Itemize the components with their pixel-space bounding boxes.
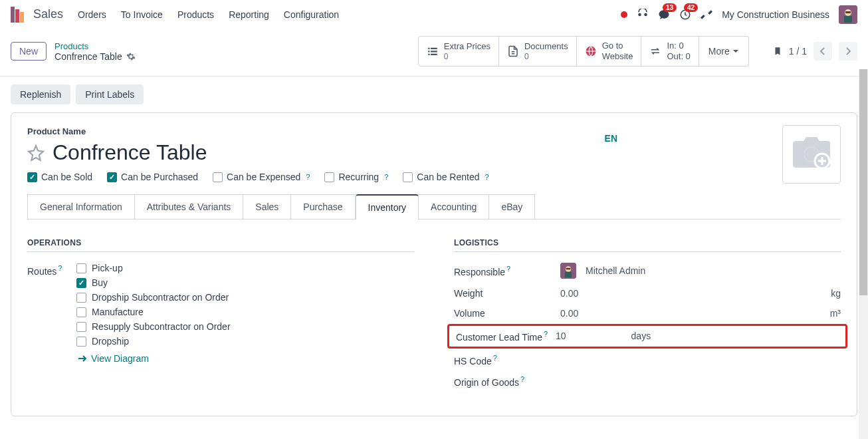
camera-plus-icon [790, 136, 833, 173]
tab-general-information[interactable]: General Information [27, 194, 135, 220]
product-image-upload[interactable] [782, 125, 841, 184]
documents-label: Documents [524, 41, 568, 52]
help-icon[interactable]: ? [58, 264, 62, 272]
help-icon[interactable]: ? [493, 354, 497, 362]
status-dot-icon[interactable] [621, 11, 627, 18]
app-title[interactable]: Sales [33, 7, 63, 21]
pager-prev-button[interactable] [814, 42, 832, 61]
gear-icon[interactable] [126, 52, 136, 61]
menu-products[interactable]: Products [177, 9, 214, 20]
form-sheet: EN Product Name Confrence Table [11, 112, 857, 416]
chevron-left-icon [819, 47, 826, 55]
scrollbar[interactable] [859, 69, 868, 439]
route-buy[interactable]: Buy [76, 277, 231, 288]
help-icon[interactable]: ? [520, 375, 524, 383]
can-be-sold-label: Can be Sold [41, 172, 92, 182]
print-labels-button[interactable]: Print Labels [76, 84, 144, 104]
svg-rect-5 [844, 16, 852, 23]
volume-value: 0.00 [560, 308, 578, 319]
menu-orders[interactable]: Orders [78, 9, 106, 20]
checkbox-icon [324, 172, 334, 182]
menu-reporting[interactable]: Reporting [229, 9, 269, 20]
can-be-rented-label: Can be Rented [417, 172, 479, 182]
scrollbar-thumb[interactable] [859, 69, 867, 295]
route-manufacture[interactable]: Manufacture [76, 307, 231, 317]
help-icon[interactable]: ? [384, 173, 388, 181]
company-name[interactable]: My Construction Business [722, 9, 829, 20]
tab-attributes-variants[interactable]: Attributes & Variants [134, 194, 244, 220]
activities-icon[interactable]: 42 [679, 9, 691, 21]
route-resupply-sub-order[interactable]: Resupply Subcontractor on Order [76, 321, 231, 332]
checkbox-icon [107, 172, 117, 182]
view-diagram-link[interactable]: View Diagram [78, 353, 231, 364]
favorite-star-icon[interactable] [27, 144, 45, 162]
main-area: Replenish Print Labels EN Product Name [0, 76, 868, 439]
messages-badge: 13 [663, 3, 677, 12]
can-be-expensed-checkbox[interactable]: Can be Expensed ? [213, 172, 310, 182]
help-icon[interactable]: ? [485, 173, 488, 181]
out-label: Out: 0 [667, 51, 690, 62]
extra-prices-button[interactable]: Extra Prices 0 [418, 36, 499, 67]
globe-icon [585, 45, 597, 57]
recurring-checkbox[interactable]: Recurring ? [324, 172, 388, 182]
tab-accounting[interactable]: Accounting [418, 194, 489, 220]
lead-time-field[interactable]: 10 days [556, 331, 839, 341]
weight-field[interactable]: Weight 0.00kg [454, 288, 841, 299]
svg-rect-12 [431, 54, 437, 55]
checkbox-icon [76, 337, 86, 347]
origin-of-goods-field[interactable]: Origin of Goods? [454, 375, 841, 388]
tools-icon[interactable] [701, 9, 712, 21]
can-be-purchased-checkbox[interactable]: Can be Purchased [107, 172, 198, 182]
checkbox-icon [76, 263, 86, 273]
more-button[interactable]: More [699, 36, 749, 67]
checkbox-icon [76, 307, 86, 317]
can-be-rented-checkbox[interactable]: Can be Rented ? [403, 172, 488, 182]
control-bar: New Products Confrence Table Extra Price… [0, 29, 868, 76]
help-icon[interactable]: ? [506, 265, 510, 273]
top-nav: Sales Orders To Invoice Products Reporti… [0, 0, 868, 29]
breadcrumb-current: Confrence Table [54, 51, 136, 62]
menu-to-invoice[interactable]: To Invoice [121, 9, 163, 20]
documents-button[interactable]: Documents 0 [499, 36, 577, 67]
volume-field[interactable]: Volume 0.00m³ [454, 308, 841, 319]
document-icon [507, 45, 519, 57]
messages-icon[interactable]: 13 [658, 9, 670, 21]
tab-inventory[interactable]: Inventory [356, 194, 419, 220]
can-be-sold-checkbox[interactable]: Can be Sold [27, 172, 92, 182]
tab-ebay[interactable]: eBay [488, 194, 535, 220]
volume-unit: m³ [830, 308, 841, 319]
transfers-button[interactable]: In: 0 Out: 0 [641, 36, 699, 67]
goto-website-button[interactable]: Go to Website [577, 36, 642, 67]
phone-icon[interactable] [637, 9, 649, 21]
recurring-label: Recurring [338, 172, 379, 182]
svg-rect-7 [428, 48, 429, 49]
goto-label-2: Website [602, 51, 633, 62]
new-button[interactable]: New [11, 42, 47, 61]
replenish-button[interactable]: Replenish [11, 84, 70, 104]
tab-sales[interactable]: Sales [243, 194, 291, 220]
responsible-field[interactable]: Responsible? Mitchell Admin [454, 263, 841, 279]
transfers-icon [649, 45, 661, 57]
tabs: General Information Attributes & Variant… [27, 194, 841, 220]
top-menu: Orders To Invoice Products Reporting Con… [78, 9, 339, 20]
in-label: In: 0 [667, 41, 690, 51]
route-pickup[interactable]: Pick-up [76, 263, 231, 273]
product-title[interactable]: Confrence Table [53, 140, 207, 165]
bookmark-icon[interactable] [773, 46, 782, 57]
breadcrumb-parent[interactable]: Products [54, 41, 136, 51]
user-avatar[interactable] [839, 5, 857, 24]
pager-next-button[interactable] [839, 42, 857, 61]
route-dropship[interactable]: Dropship [76, 336, 231, 347]
help-icon[interactable]: ? [306, 173, 310, 181]
route-dropship-sub-order[interactable]: Dropship Subcontractor on Order [76, 292, 231, 303]
lead-time-value: 10 [556, 331, 566, 341]
help-icon[interactable]: ? [544, 330, 548, 338]
menu-configuration[interactable]: Configuration [284, 9, 339, 20]
weight-value: 0.00 [560, 288, 578, 299]
tab-purchase[interactable]: Purchase [290, 194, 355, 220]
activities-badge: 42 [684, 3, 698, 12]
arrow-right-icon [78, 355, 87, 363]
language-selector[interactable]: EN [605, 133, 617, 144]
hs-code-field[interactable]: HS Code? [454, 354, 841, 366]
logistics-column: LOGISTICS Responsible? Mitchell Admin We… [454, 238, 841, 397]
